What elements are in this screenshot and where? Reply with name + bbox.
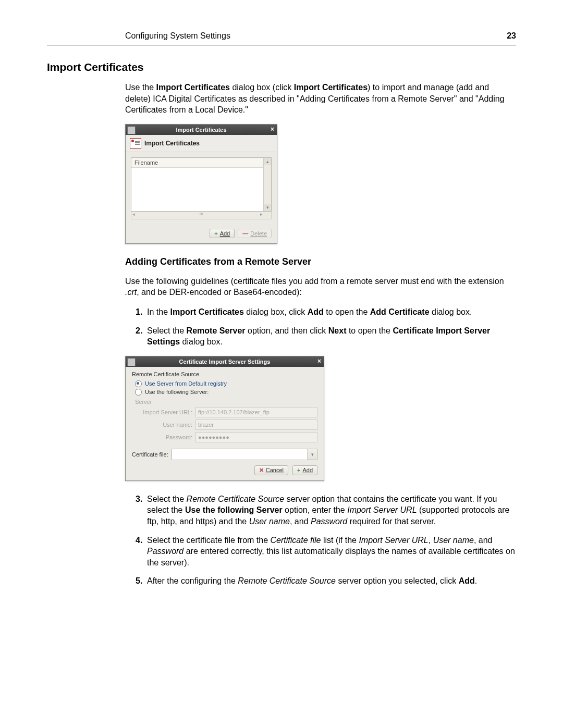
header-page-number: 23 bbox=[507, 31, 516, 41]
scroll-down-icon[interactable]: ▾ bbox=[264, 204, 271, 211]
server-label: Server bbox=[135, 399, 317, 405]
server-fieldset: Server Import Server URL: ftp://10.140.2… bbox=[135, 399, 317, 442]
h2-adding-remote: Adding Certificates from a Remote Server bbox=[47, 256, 516, 267]
dialog-title: Import Certificates bbox=[176, 127, 226, 133]
dialog-title: Certificate Import Server Settings bbox=[179, 359, 271, 365]
label-username: User name: bbox=[135, 422, 195, 428]
cancel-button[interactable]: ✕Cancel bbox=[254, 465, 288, 475]
close-icon[interactable]: × bbox=[271, 126, 274, 133]
dialog-subheader: Import Certificates bbox=[126, 135, 277, 152]
step-4: Select the certificate file from the Cer… bbox=[136, 535, 516, 569]
row-password: Password: ●●●●●●●●● bbox=[135, 432, 317, 442]
plus-icon: + bbox=[214, 230, 217, 237]
dialog-subtitle: Import Certificates bbox=[144, 140, 200, 147]
plus-icon: + bbox=[297, 467, 300, 473]
radio-following-server[interactable]: Use the following Server: bbox=[132, 389, 317, 396]
dialog-titlebar[interactable]: Import Certificates × bbox=[126, 125, 277, 135]
step-5: After the configuring the Remote Certifi… bbox=[136, 575, 516, 587]
input-username[interactable]: blazer bbox=[195, 419, 317, 430]
cert-import-server-settings-dialog: Certificate Import Server Settings × Rem… bbox=[125, 356, 324, 481]
window-icon bbox=[127, 126, 136, 134]
delete-button: —Delete bbox=[238, 229, 272, 238]
vertical-scrollbar[interactable]: ▴ ▾ bbox=[263, 158, 271, 211]
intro-paragraph: Use the Import Certificates dialog box (… bbox=[47, 82, 516, 116]
minus-icon: — bbox=[242, 230, 248, 237]
column-header-filename[interactable]: Filename bbox=[131, 158, 271, 168]
label-import-url: Import Server URL: bbox=[135, 409, 195, 415]
add-button[interactable]: +Add bbox=[292, 465, 317, 475]
step-3: Select the Remote Certificate Source ser… bbox=[136, 493, 516, 527]
radio-label: Use the following Server: bbox=[145, 389, 209, 395]
dialog-body: Filename ▴ ▾ III bbox=[126, 152, 277, 225]
steps-list-1: In the Import Certificates dialog box, c… bbox=[47, 306, 516, 348]
window-icon bbox=[127, 358, 136, 366]
dialog-button-row: ✕Cancel +Add bbox=[132, 460, 317, 476]
row-certificate-file: Certificate file: ▾ bbox=[132, 449, 317, 460]
horizontal-scrollbar[interactable]: III bbox=[131, 212, 272, 219]
label-password: Password: bbox=[135, 434, 195, 440]
close-icon[interactable]: × bbox=[317, 357, 321, 365]
remote-intro-paragraph: Use the following guidelines (certificat… bbox=[47, 276, 516, 298]
add-button[interactable]: +Add bbox=[210, 229, 235, 238]
certificate-list[interactable]: Filename ▴ ▾ bbox=[131, 157, 272, 212]
import-certificates-dialog: Import Certificates × Import Certificate… bbox=[125, 124, 277, 244]
steps-list-2: Select the Remote Certificate Source ser… bbox=[47, 493, 516, 587]
row-import-url: Import Server URL: ftp://10.140.2.107/bl… bbox=[135, 407, 317, 417]
radio-default-registry[interactable]: Use Server from Default registry bbox=[132, 380, 317, 387]
radio-icon[interactable] bbox=[135, 389, 142, 396]
x-icon: ✕ bbox=[259, 467, 264, 474]
group-title: Remote Certificate Source bbox=[132, 371, 317, 377]
step-1: In the Import Certificates dialog box, c… bbox=[136, 306, 516, 318]
input-password[interactable]: ●●●●●●●●● bbox=[195, 432, 317, 442]
row-username: User name: blazer bbox=[135, 419, 317, 430]
scroll-up-icon[interactable]: ▴ bbox=[264, 158, 271, 165]
radio-icon[interactable] bbox=[135, 380, 142, 387]
dialog-body: Remote Certificate Source Use Server fro… bbox=[126, 367, 324, 480]
dialog-button-row: +Add —Delete bbox=[126, 225, 277, 243]
radio-label: Use Server from Default registry bbox=[145, 380, 227, 387]
certificate-icon bbox=[130, 138, 141, 149]
input-import-url[interactable]: ftp://10.140.2.107/blazer_ftp bbox=[195, 407, 317, 417]
label-certificate-file: Certificate file: bbox=[132, 451, 168, 458]
header-section: Configuring System Settings bbox=[125, 31, 230, 41]
chevron-down-icon[interactable]: ▾ bbox=[307, 449, 317, 460]
h1-import-certificates: Import Certificates bbox=[47, 61, 516, 73]
step-2: Select the Remote Server option, and the… bbox=[136, 325, 516, 348]
header-divider bbox=[47, 45, 516, 45]
dialog-titlebar[interactable]: Certificate Import Server Settings × bbox=[126, 356, 324, 367]
page-header: Configuring System Settings 23 bbox=[47, 31, 516, 41]
combo-certificate-file[interactable]: ▾ bbox=[172, 449, 317, 460]
document-page: Configuring System Settings 23 Import Ce… bbox=[0, 0, 563, 728]
